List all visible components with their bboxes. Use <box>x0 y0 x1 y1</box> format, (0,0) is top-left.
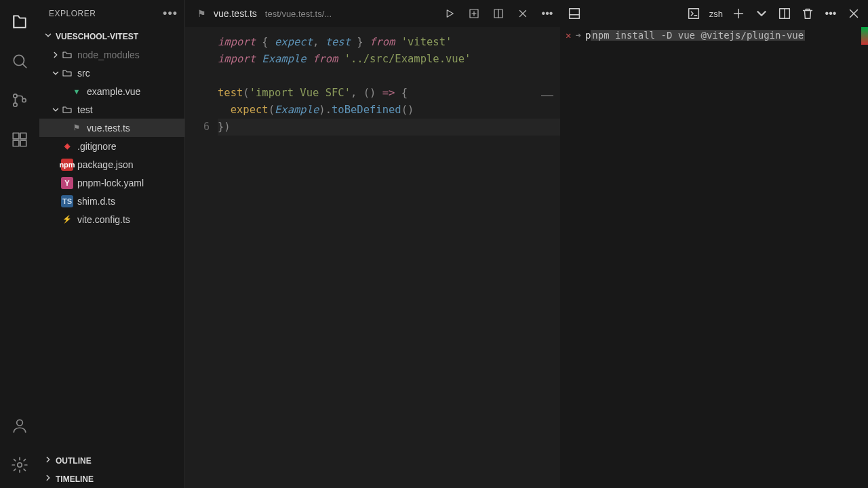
terminal-shell-name[interactable]: zsh <box>709 9 723 19</box>
tree-label: .gitignore <box>77 141 117 152</box>
new-terminal-icon[interactable] <box>731 6 746 21</box>
editor-tab[interactable]: ⚑ vue.test.ts test/vue.test.ts/... <box>191 0 338 27</box>
folder-icon <box>61 49 73 61</box>
folder-icon <box>61 67 73 79</box>
explorer-icon[interactable] <box>10 12 29 31</box>
more-icon[interactable]: ••• <box>540 6 555 21</box>
tree-label: example.vue <box>87 86 140 97</box>
chevron-down-icon <box>43 30 53 42</box>
chevron-down-icon <box>50 105 61 115</box>
chevron-right-icon <box>43 473 53 485</box>
outline-section[interactable]: OUTLINE <box>39 451 184 470</box>
tree-label: vue.test.ts <box>87 123 130 134</box>
close-icon[interactable] <box>515 6 530 21</box>
settings-gear-icon[interactable] <box>10 455 29 474</box>
project-section-header[interactable]: VUESCHOOL-VITEST <box>39 27 184 45</box>
tree-label: test <box>77 104 93 115</box>
more-icon[interactable]: ••• <box>823 6 838 21</box>
yaml-icon: Y <box>61 177 73 189</box>
chevron-right-icon <box>43 455 53 466</box>
prompt-arrow-icon: ➜ <box>575 30 580 41</box>
timeline-label: TIMELINE <box>56 474 94 484</box>
line-number: 6 <box>185 119 218 136</box>
explorer-title: EXPLORER <box>49 9 96 18</box>
tab-breadcrumb: test/vue.test.ts/... <box>265 9 332 19</box>
timeline-section[interactable]: TIMELINE <box>39 470 184 488</box>
folder-node-modules[interactable]: node_modules <box>39 45 184 64</box>
panel-toggle-icon[interactable] <box>567 6 582 21</box>
chevron-right-icon <box>50 50 61 60</box>
source-control-icon[interactable] <box>10 91 29 110</box>
vite-icon: ⚡ <box>61 214 73 226</box>
svg-rect-5 <box>20 133 26 139</box>
close-panel-icon[interactable] <box>846 6 861 21</box>
git-icon: ◈ <box>61 140 73 152</box>
search-icon[interactable] <box>10 52 29 70</box>
file-vue-test-ts[interactable]: ⚑ vue.test.ts <box>39 119 184 137</box>
svg-point-9 <box>18 463 22 468</box>
folder-icon <box>61 104 73 116</box>
terminal-autosuggest: npm install -D vue @vitejs/plugin-vue <box>591 30 805 41</box>
outline-label: OUTLINE <box>56 456 92 466</box>
folder-test[interactable]: test <box>39 100 184 119</box>
terminal-panel: zsh ••• ✕ ➜ pnpm install -D vue @vitejs/… <box>560 0 868 488</box>
trash-icon[interactable] <box>800 6 815 21</box>
project-name: VUESCHOOL-VITEST <box>56 32 138 41</box>
file-example-vue[interactable]: ▼ example.vue <box>39 82 184 100</box>
layout-icon[interactable] <box>491 6 506 21</box>
file-vite-config[interactable]: ⚡ vite.config.ts <box>39 210 184 228</box>
tree-label: pnpm-lock.yaml <box>77 178 144 188</box>
tree-label: package.json <box>77 159 134 170</box>
vitest-icon: ⚑ <box>197 8 208 19</box>
activity-bar <box>0 0 39 488</box>
extensions-icon[interactable] <box>10 130 29 149</box>
tree-label: vite.config.ts <box>77 214 130 225</box>
terminal-scrollbar[interactable] <box>861 27 868 45</box>
chevron-down-icon[interactable] <box>754 6 769 21</box>
svg-rect-13 <box>688 9 698 19</box>
line-gutter: 6 <box>185 27 218 488</box>
svg-rect-4 <box>13 133 19 139</box>
file-gitignore[interactable]: ◈ .gitignore <box>39 137 184 155</box>
tab-filename: vue.test.ts <box>214 8 257 19</box>
editor-area: ⚑ vue.test.ts test/vue.test.ts/... ••• 6… <box>185 0 560 488</box>
npm-icon: npm <box>61 159 73 171</box>
svg-rect-6 <box>13 140 19 146</box>
minimap-indicator <box>541 95 553 96</box>
svg-rect-7 <box>20 140 26 146</box>
folder-src[interactable]: src <box>39 64 184 82</box>
run-icon[interactable] <box>442 6 457 21</box>
tree-label: src <box>77 68 90 79</box>
tree-label: shim.d.ts <box>77 196 115 207</box>
vitest-icon: ⚑ <box>71 122 83 134</box>
vue-icon: ▼ <box>71 85 83 98</box>
code-editor[interactable]: 6 import { expect, test } from 'vitest' … <box>185 27 560 488</box>
svg-point-8 <box>17 420 23 426</box>
prompt-status-icon: ✕ <box>566 30 571 41</box>
tab-bar: ⚑ vue.test.ts test/vue.test.ts/... ••• <box>185 0 560 27</box>
file-shim-dts[interactable]: TS shim.d.ts <box>39 192 184 210</box>
ts-icon: TS <box>61 195 73 207</box>
split-terminal-icon[interactable] <box>777 6 792 21</box>
chevron-down-icon <box>50 68 61 78</box>
svg-rect-12 <box>570 9 580 19</box>
explorer-more-icon[interactable]: ••• <box>163 7 178 21</box>
account-icon[interactable] <box>10 416 29 435</box>
split-add-icon[interactable] <box>467 6 481 21</box>
code-content[interactable]: import { expect, test } from 'vitest' im… <box>218 27 560 488</box>
file-package-json[interactable]: npm package.json <box>39 155 184 174</box>
explorer-sidebar: EXPLORER ••• VUESCHOOL-VITEST node_modul… <box>39 0 185 488</box>
file-tree: node_modules src ▼ example.vue test ⚑ vu… <box>39 45 184 451</box>
tree-label: node_modules <box>77 49 140 60</box>
terminal-profile-icon[interactable] <box>686 6 701 21</box>
terminal-body[interactable]: ✕ ➜ pnpm install -D vue @vitejs/plugin-v… <box>560 27 868 488</box>
file-pnpm-lock[interactable]: Y pnpm-lock.yaml <box>39 174 184 192</box>
